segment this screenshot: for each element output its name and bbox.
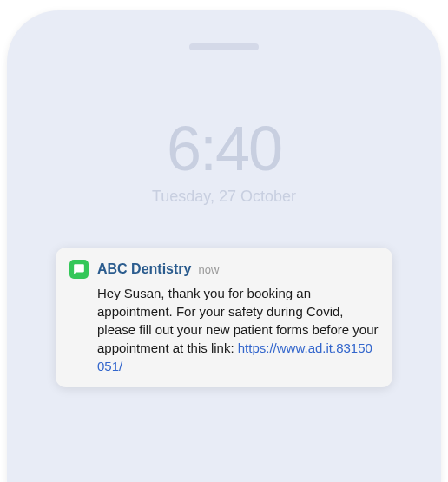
- notification-timestamp: now: [198, 263, 219, 276]
- phone-speaker: [189, 43, 259, 50]
- lock-time: 6:40: [14, 113, 434, 184]
- phone-frame: 6:40 Tuesday, 27 October ABC Dentistry n…: [7, 10, 441, 482]
- notification-app-name: ABC Dentistry: [97, 261, 191, 277]
- notification-body: Hey Susan, thank you for booking an appo…: [69, 284, 379, 375]
- phone-screen: 6:40 Tuesday, 27 October ABC Dentistry n…: [14, 17, 434, 482]
- messages-icon: [69, 260, 89, 279]
- lock-date: Tuesday, 27 October: [14, 188, 434, 206]
- notification-header: ABC Dentistry now: [69, 260, 379, 279]
- notification-card[interactable]: ABC Dentistry now Hey Susan, thank you f…: [56, 248, 392, 387]
